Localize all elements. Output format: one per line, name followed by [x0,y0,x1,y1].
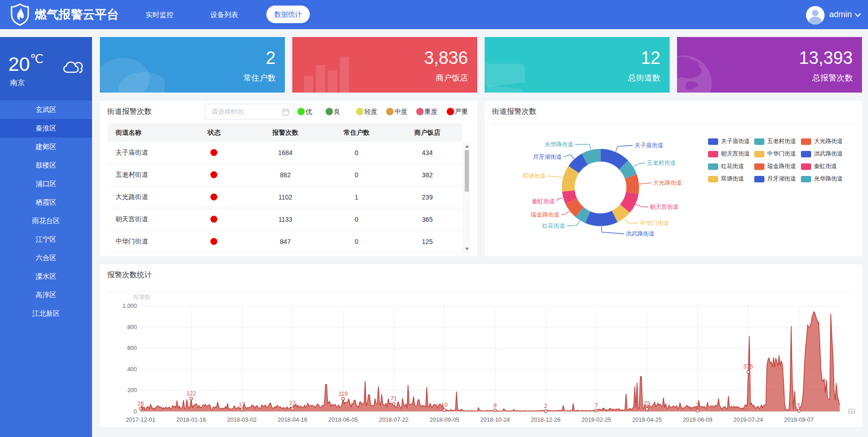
svg-text:200: 200 [127,387,137,393]
svg-text:中华门街道: 中华门街道 [640,220,669,226]
svg-text:119: 119 [339,391,348,397]
svg-text:2018-09-05: 2018-09-05 [430,417,459,423]
svg-text:双塘街道: 双塘街道 [523,173,546,179]
svg-text:2019-06-09: 2019-06-09 [683,417,713,423]
svg-text:2019-07-24: 2019-07-24 [733,417,763,423]
svg-text:2017-12-01: 2017-12-01 [126,417,155,423]
svg-text:报警数: 报警数 [133,294,151,300]
svg-text:800: 800 [127,324,137,331]
svg-text:2018-04-16: 2018-04-16 [278,417,308,423]
svg-text:2018-03-02: 2018-03-02 [227,417,257,423]
svg-text:17: 17 [239,401,245,408]
svg-text:2018-07-22: 2018-07-22 [379,417,409,423]
svg-text:122: 122 [186,390,196,397]
svg-text:600: 600 [127,345,137,351]
svg-text:大光路街道: 大光路街道 [653,180,682,186]
svg-text:5: 5 [797,402,800,409]
svg-text:1,000: 1,000 [123,303,137,309]
svg-text:瑞金路街道: 瑞金路街道 [531,212,560,218]
svg-text:2018-06-05: 2018-06-05 [328,417,358,423]
svg-text:朝天宫街道: 朝天宫街道 [650,204,679,210]
svg-text:五老村街道: 五老村街道 [647,160,676,166]
svg-text:27: 27 [289,400,296,406]
svg-text:2019-04-25: 2019-04-25 [632,417,662,423]
svg-text:10: 10 [441,402,448,408]
svg-text:71: 71 [391,395,397,402]
svg-text:日期: 日期 [848,408,855,415]
svg-text:光华路街道: 光华路街道 [545,141,574,148]
svg-text:23: 23 [644,400,650,407]
svg-text:26: 26 [137,400,144,407]
svg-text:2018-12-26: 2018-12-26 [531,417,560,423]
svg-text:洪武路街道: 洪武路街道 [626,231,655,237]
svg-text:月牙湖街道: 月牙湖街道 [533,154,562,160]
svg-text:0: 0 [134,408,137,415]
svg-text:2019-09-07: 2019-09-07 [784,417,814,423]
svg-text:夫子庙街道: 夫子庙街道 [634,142,664,149]
svg-text:红花街道: 红花街道 [542,223,565,229]
svg-text:秦虹街道: 秦虹街道 [532,198,555,205]
svg-text:2: 2 [544,403,548,409]
svg-text:375: 375 [744,363,753,370]
svg-text:7: 7 [595,402,598,409]
svg-text:7: 7 [696,402,699,409]
svg-text:400: 400 [127,366,137,373]
svg-text:2018-10-24: 2018-10-24 [480,417,510,423]
svg-text:9: 9 [493,402,497,409]
svg-text:2019-02-25: 2019-02-25 [582,417,611,423]
svg-text:2018-01-16: 2018-01-16 [177,417,206,423]
